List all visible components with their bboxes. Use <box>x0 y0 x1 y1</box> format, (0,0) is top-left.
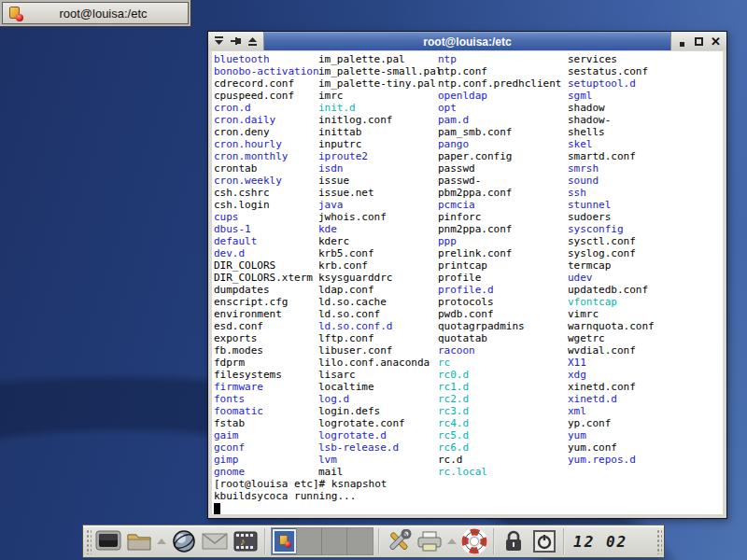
file-entry: rc1.d <box>438 381 561 393</box>
file-entry: rc2.d <box>438 393 561 405</box>
file-entry: prelink.conf <box>438 247 561 259</box>
lock-screen-button[interactable] <box>500 527 528 555</box>
pin-icon <box>231 36 242 46</box>
file-entry: gnome <box>214 466 319 478</box>
panel-expand-arrow-2[interactable] <box>447 539 457 544</box>
system-tools-button[interactable] <box>385 527 413 555</box>
power-icon <box>533 530 556 553</box>
file-entry: sudoers <box>568 211 655 223</box>
task-button-label: root@louisa:/etc <box>24 7 182 21</box>
close-button[interactable]: ✕ <box>708 34 724 49</box>
file-entry: jwhois.conf <box>318 211 442 223</box>
file-entry: cron.hourly <box>214 138 319 150</box>
file-entry: foomatic <box>214 405 319 417</box>
printer-button[interactable] <box>416 527 444 555</box>
pin-button[interactable] <box>228 34 244 49</box>
folder-icon <box>126 530 152 553</box>
file-entry: krb.conf <box>318 259 442 272</box>
file-entry: fdprm <box>214 357 319 369</box>
file-entry: im_palette-small.pal <box>318 65 442 77</box>
file-entry: csh.cshrc <box>214 187 319 199</box>
file-entry: passwd- <box>438 175 561 187</box>
file-entry: ldap.conf <box>318 284 442 296</box>
file-entry: ppp <box>438 235 561 247</box>
logout-button[interactable] <box>530 527 558 555</box>
minimize-icon <box>680 42 684 47</box>
file-entry: filesystems <box>214 369 319 381</box>
file-entry: lisarc <box>318 369 442 381</box>
monitor-icon <box>95 530 121 553</box>
file-entry: cron.weekly <box>214 175 319 187</box>
file-entry: stunnel <box>568 199 655 211</box>
file-entry: updatedb.conf <box>568 284 655 296</box>
file-entry: quotatab <box>438 332 561 344</box>
pager-desktop-1[interactable] <box>272 528 297 554</box>
file-column-4: servicessestatus.confsetuptool.dsgmlshad… <box>568 53 655 466</box>
task-button-konsole[interactable]: root@louisa:/etc <box>2 2 189 24</box>
file-entry: issue <box>318 175 442 187</box>
konsole-icon <box>8 6 24 21</box>
file-entry: gimp <box>214 454 319 466</box>
window-titlebar[interactable]: root@louisa:/etc ✕ <box>208 32 726 50</box>
file-entry: lvm <box>318 454 442 466</box>
file-column-3: ntpntp.confntp.conf.predhclientopenldapo… <box>438 53 561 478</box>
desktop-pager[interactable] <box>271 527 374 555</box>
file-entry: skel <box>568 138 655 150</box>
file-entry: xinetd.d <box>568 393 655 405</box>
file-entry: pinforc <box>438 211 561 223</box>
file-entry: im_palette.pal <box>318 53 442 65</box>
home-folder-button[interactable] <box>125 527 153 555</box>
file-entry: profile.d <box>438 284 561 296</box>
file-entry: enscript.cfg <box>214 296 319 308</box>
file-entry: ssh <box>568 187 655 199</box>
pager-desktop-3[interactable] <box>322 528 347 554</box>
file-entry: krb5.conf <box>318 247 442 259</box>
shade-button[interactable] <box>211 34 227 49</box>
file-entry: lilo.conf.anaconda <box>318 357 442 369</box>
file-entry: esd.conf <box>214 320 319 332</box>
file-entry: ntp.conf <box>438 65 561 77</box>
eject-button[interactable] <box>245 34 261 49</box>
maximize-icon <box>695 37 703 46</box>
file-entry: ld.so.conf.d <box>318 320 442 332</box>
show-desktop-button[interactable] <box>94 527 122 555</box>
pager-window-icon <box>278 534 291 547</box>
lock-icon <box>504 530 523 553</box>
panel-handle-left[interactable] <box>85 528 92 554</box>
file-entry: setuptool.d <box>568 77 655 90</box>
file-entry: lftp.conf <box>318 332 442 344</box>
file-entry: ntp <box>438 53 561 65</box>
file-entry: openldap <box>438 90 561 102</box>
panel-handle-right[interactable] <box>655 528 662 554</box>
file-entry: rc.local <box>438 466 561 478</box>
minimize-button[interactable] <box>674 34 690 49</box>
multimedia-button[interactable]: ♪ <box>232 527 260 555</box>
file-entry: sysconfig <box>568 223 655 235</box>
file-entry: sgml <box>568 90 655 102</box>
terminal-window: root@louisa:/etc ✕ [root@louisa etc]# ks… <box>207 31 727 519</box>
email-button[interactable] <box>201 527 229 555</box>
pager-desktop-4[interactable] <box>347 528 373 554</box>
file-entry: bluetooth <box>214 53 319 65</box>
panel-separator-3 <box>493 528 495 554</box>
pager-desktop-2[interactable] <box>297 528 322 554</box>
file-entry: yum.conf <box>568 441 655 454</box>
maximize-button[interactable] <box>691 34 707 49</box>
panel-separator-1 <box>264 528 266 554</box>
panel-clock[interactable]: 12 02 <box>570 533 631 551</box>
file-entry: login.defs <box>318 405 442 417</box>
file-entry: rc4.d <box>438 417 561 429</box>
file-entry: lsb-release.d <box>318 441 442 454</box>
taskbar-top: root@louisa:/etc <box>0 0 191 27</box>
file-entry: rc0.d <box>438 369 561 381</box>
network-alert-button[interactable] <box>460 527 488 555</box>
shell-status-line: kbuildsycoca running... <box>214 490 356 502</box>
file-entry: wvdial.conf <box>568 344 655 357</box>
web-browser-button[interactable] <box>170 527 198 555</box>
file-entry: ld.so.conf <box>318 308 442 320</box>
file-entry: warnquota.conf <box>568 320 655 332</box>
terminal-content[interactable]: [root@louisa etc]# ksnapshot kbuildsycoc… <box>212 51 723 514</box>
panel-expand-arrow-1[interactable] <box>157 539 166 544</box>
file-entry: xdg <box>568 369 655 381</box>
file-entry: gaim <box>214 429 319 441</box>
